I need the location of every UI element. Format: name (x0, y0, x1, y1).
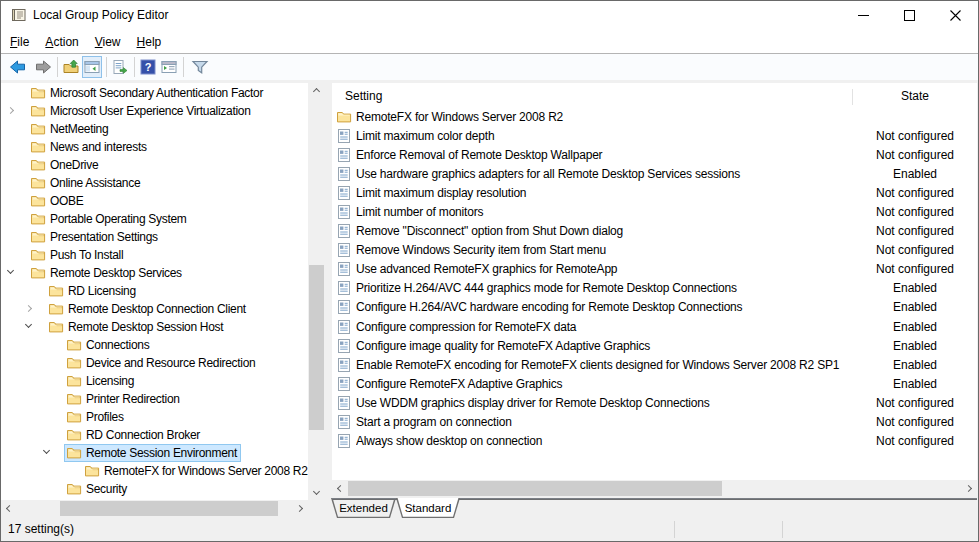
tree-item-label: Printer Redirection (86, 392, 180, 406)
tree-item[interactable]: RemoteFX for Windows Server 2008 R2 (1, 462, 308, 480)
column-header-setting[interactable]: Setting (345, 86, 382, 107)
tree-expand-icon[interactable] (3, 229, 19, 245)
scroll-down-arrow[interactable] (308, 483, 325, 500)
tree-expand-icon[interactable] (39, 373, 55, 389)
tree-item[interactable]: RD Connection Broker (1, 426, 308, 444)
minimize-button[interactable] (840, 0, 886, 30)
tree-item[interactable]: Security (1, 480, 308, 498)
list-row[interactable]: Limit number of monitors Not configured (332, 202, 977, 221)
setting-state: Enabled (853, 300, 977, 314)
setting-state: Enabled (853, 320, 977, 334)
tree-expand-icon[interactable] (57, 463, 73, 479)
tree-item[interactable]: Profiles (1, 408, 308, 426)
scroll-up-arrow[interactable] (308, 83, 325, 100)
folder-icon (30, 247, 46, 263)
tree-expand-icon[interactable] (39, 481, 55, 497)
tree-vertical-scrollbar[interactable] (308, 83, 325, 500)
column-header-state[interactable]: State (853, 86, 977, 107)
tree-expand-icon[interactable] (39, 427, 55, 443)
list-horizontal-scrollbar[interactable] (332, 480, 977, 497)
tree-item[interactable]: OneDrive (1, 156, 308, 174)
tree-expand-icon[interactable] (3, 85, 19, 101)
tree-hscroll-thumb[interactable] (60, 501, 278, 516)
tree-expand-icon[interactable] (21, 283, 37, 299)
list-row[interactable]: Prioritize H.264/AVC 444 graphics mode f… (332, 279, 977, 298)
list-row[interactable]: Limit maximum display resolution Not con… (332, 183, 977, 202)
tree-expand-icon[interactable] (39, 337, 55, 353)
tree-item[interactable]: Licensing (1, 372, 308, 390)
tree-item[interactable]: Portable Operating System (1, 210, 308, 228)
back-button[interactable] (7, 56, 27, 78)
close-button[interactable] (932, 0, 978, 30)
tree-expand-icon[interactable] (3, 121, 19, 137)
tree-expand-icon[interactable] (21, 319, 37, 335)
scroll-left-arrow[interactable] (1, 500, 18, 517)
tree-item[interactable]: Connections (1, 336, 308, 354)
list-row[interactable]: Enable RemoteFX encoding for RemoteFX cl… (332, 355, 977, 374)
list-row[interactable]: Remove Windows Security item from Start … (332, 241, 977, 260)
tree-item[interactable]: News and interests (1, 138, 308, 156)
show-console-tree-button[interactable] (82, 56, 102, 78)
tree-item[interactable]: OOBE (1, 192, 308, 210)
list-row[interactable]: Start a program on connection Not config… (332, 413, 977, 432)
list-row[interactable]: RemoteFX for Windows Server 2008 R2 (332, 107, 977, 126)
menu-help[interactable]: Help (129, 32, 170, 52)
filter-button[interactable] (190, 56, 210, 78)
help-button[interactable]: ? (138, 56, 158, 78)
tree-item[interactable]: Remote Session Environment (1, 444, 308, 462)
tree-expand-icon[interactable] (3, 211, 19, 227)
tree-expand-icon[interactable] (3, 265, 19, 281)
list-hscroll-thumb[interactable] (348, 481, 722, 496)
list-row[interactable]: Limit maximum color depth Not configured (332, 126, 977, 145)
list-row[interactable]: Configure RemoteFX Adaptive Graphics Ena… (332, 374, 977, 393)
tab-extended[interactable]: Extended (331, 498, 396, 518)
export-list-button[interactable] (110, 56, 130, 78)
tree-expand-icon[interactable] (3, 103, 19, 119)
tree-horizontal-scrollbar[interactable] (1, 500, 308, 517)
tree-item[interactable]: Microsoft Secondary Authentication Facto… (1, 84, 308, 102)
tree-expand-icon[interactable] (3, 175, 19, 191)
scroll-right-arrow[interactable] (291, 500, 308, 517)
scroll-right-arrow[interactable] (960, 480, 977, 497)
tree-expand-icon[interactable] (39, 391, 55, 407)
list-row[interactable]: Enforce Removal of Remote Desktop Wallpa… (332, 145, 977, 164)
tab-standard[interactable]: Standard (396, 498, 460, 518)
tree-item[interactable]: Microsoft User Experience Virtualization (1, 102, 308, 120)
list-row[interactable]: Configure image quality for RemoteFX Ada… (332, 336, 977, 355)
tree-item[interactable]: Push To Install (1, 246, 308, 264)
tree-expand-icon[interactable] (3, 247, 19, 263)
list-row[interactable]: Configure H.264/AVC hardware encoding fo… (332, 298, 977, 317)
tree-expand-icon[interactable] (39, 445, 55, 461)
new-window-button[interactable] (159, 56, 179, 78)
tree-item[interactable]: Presentation Settings (1, 228, 308, 246)
menu-action[interactable]: Action (37, 32, 86, 52)
menu-file[interactable]: File (2, 32, 37, 52)
tree-item[interactable]: Remote Desktop Session Host (1, 318, 308, 336)
list-row[interactable]: Use WDDM graphics display driver for Rem… (332, 393, 977, 412)
list-row[interactable]: Always show desktop on connection Not co… (332, 432, 977, 451)
tree-expand-icon[interactable] (21, 301, 37, 317)
tree-expand-icon[interactable] (3, 193, 19, 209)
scroll-left-arrow[interactable] (332, 480, 349, 497)
tree-expand-icon[interactable] (39, 409, 55, 425)
tree-vscroll-thumb[interactable] (309, 265, 324, 430)
forward-button[interactable] (33, 56, 53, 78)
tree-expand-icon[interactable] (3, 157, 19, 173)
menu-view[interactable]: View (87, 32, 129, 52)
setting-icon (336, 319, 352, 335)
tree-item[interactable]: Remote Desktop Services (1, 264, 308, 282)
tree-item[interactable]: Printer Redirection (1, 390, 308, 408)
tree-item[interactable]: Remote Desktop Connection Client (1, 300, 308, 318)
tree-item[interactable]: RD Licensing (1, 282, 308, 300)
list-row[interactable]: Remove "Disconnect" option from Shut Dow… (332, 222, 977, 241)
tree-item[interactable]: Device and Resource Redirection (1, 354, 308, 372)
list-row[interactable]: Use hardware graphics adapters for all R… (332, 164, 977, 183)
list-row[interactable]: Configure compression for RemoteFX data … (332, 317, 977, 336)
up-one-level-button[interactable] (61, 56, 81, 78)
list-row[interactable]: Use advanced RemoteFX graphics for Remot… (332, 260, 977, 279)
tree-expand-icon[interactable] (3, 139, 19, 155)
tree-item[interactable]: NetMeeting (1, 120, 308, 138)
tree-expand-icon[interactable] (39, 355, 55, 371)
tree-item[interactable]: Online Assistance (1, 174, 308, 192)
maximize-button[interactable] (886, 0, 932, 30)
